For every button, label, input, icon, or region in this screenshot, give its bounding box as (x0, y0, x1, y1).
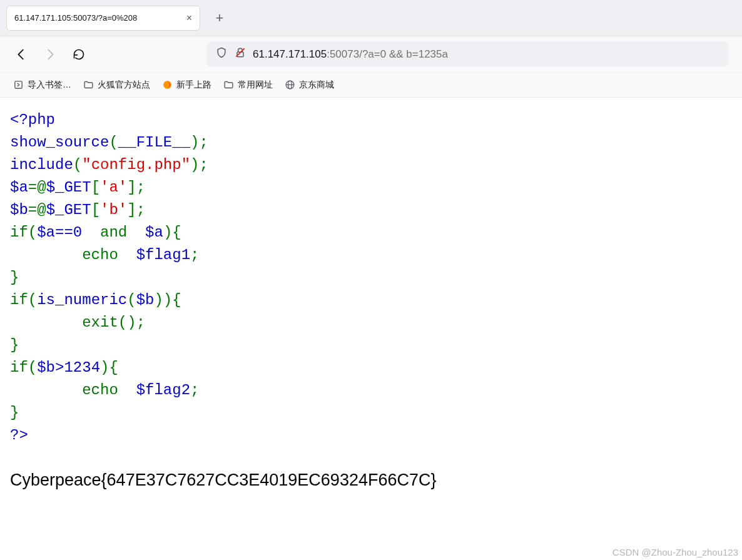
code-token: ; (190, 247, 199, 263)
url-path: :50073/?a=0 && b=1235a (327, 48, 448, 61)
code-token: } (10, 404, 19, 421)
code-token: ( (127, 292, 136, 308)
code-token: <?php (10, 111, 55, 128)
code-token: $flag1 (136, 247, 190, 263)
code-token: ){ (163, 224, 181, 241)
code-token: echo (82, 247, 118, 263)
svg-rect-2 (14, 81, 21, 88)
code-token: 'b' (100, 201, 127, 218)
code-token: [ (91, 179, 100, 196)
code-token: if( (10, 359, 37, 376)
code-token: } (10, 269, 19, 286)
code-token: and (100, 224, 127, 241)
bookmark-label: 火狐官方站点 (98, 79, 150, 91)
new-tab-button[interactable]: + (210, 9, 229, 28)
code-token: $a==0 (37, 224, 82, 241)
code-token: include (10, 156, 73, 173)
bookmark-label: 京东商城 (299, 79, 334, 91)
bookmark-firefox-official[interactable]: 火狐官方站点 (83, 79, 150, 91)
code-token: $_GET (46, 179, 91, 196)
code-token: $b>1234 (37, 359, 100, 376)
forward-button[interactable] (43, 47, 58, 62)
tab-title: 61.147.171.105:50073/?a=0%208 (14, 13, 181, 23)
watermark: CSDN @Zhou-Zhou_zhou123 (612, 547, 738, 557)
firefox-icon (161, 79, 173, 91)
import-icon (13, 79, 24, 91)
code-token: show_source (10, 134, 109, 151)
code-token: if( (10, 224, 37, 241)
folder-icon (223, 79, 234, 91)
code-token: [ (91, 201, 100, 218)
code-token: (); (118, 314, 145, 331)
code-token: { (172, 292, 181, 308)
code-token: ( (73, 156, 82, 173)
bookmark-label: 新手上路 (176, 79, 211, 91)
code-token: 'a' (100, 179, 127, 196)
close-icon[interactable]: × (186, 13, 192, 23)
code-token: $a (10, 179, 28, 196)
bookmark-label: 导入书签… (28, 79, 71, 91)
code-token: is_numeric (37, 292, 127, 308)
code-token: ); (190, 156, 208, 173)
code-token: )) (154, 292, 172, 308)
code-token: ){ (100, 359, 118, 376)
code-token: ]; (127, 201, 145, 218)
url-text: 61.147.171.105:50073/?a=0 && b=1235a (253, 48, 448, 61)
back-button[interactable] (14, 47, 29, 62)
code-token: exit (82, 314, 118, 331)
code-token: ); (190, 134, 208, 151)
code-token: ?> (10, 427, 28, 444)
php-source: <?php show_source(__FILE__); include("co… (10, 109, 732, 447)
code-token: $flag2 (136, 382, 190, 399)
code-token: $b (136, 292, 155, 308)
code-token: ( (109, 134, 118, 151)
code-token: ]; (127, 179, 145, 196)
code-token: =@ (28, 179, 46, 196)
url-host: 61.147.171.105 (253, 48, 327, 61)
tab-bar: 61.147.171.105:50073/?a=0%208 × + (0, 0, 742, 36)
page-content: <?php show_source(__FILE__); include("co… (0, 98, 742, 560)
globe-icon (284, 79, 295, 91)
code-token: $b (10, 201, 28, 218)
code-token: echo (82, 382, 118, 399)
toolbar: 61.147.171.105:50073/?a=0 && b=1235a (0, 36, 742, 73)
shield-icon (215, 46, 228, 62)
code-token: =@ (28, 201, 46, 218)
bookmark-jd[interactable]: 京东商城 (284, 79, 334, 91)
bookmark-common-urls[interactable]: 常用网址 (223, 79, 273, 91)
import-bookmarks[interactable]: 导入书签… (13, 79, 71, 91)
url-bar[interactable]: 61.147.171.105:50073/?a=0 && b=1235a (206, 42, 728, 67)
bookmark-getting-started[interactable]: 新手上路 (161, 79, 211, 91)
browser-tab[interactable]: 61.147.171.105:50073/?a=0%208 × (6, 6, 200, 31)
code-token: $a (145, 224, 163, 241)
flag-output: Cyberpeace{647E37C7627CC3E4019EC69324F66… (10, 471, 732, 490)
folder-icon (83, 79, 94, 91)
code-token: ; (190, 382, 199, 399)
bookmark-label: 常用网址 (238, 79, 273, 91)
code-token: "config.php" (82, 156, 190, 173)
bookmarks-bar: 导入书签… 火狐官方站点 新手上路 常用网址 京东商城 (0, 73, 742, 98)
code-token: __FILE__ (118, 134, 190, 151)
code-token: } (10, 337, 19, 354)
code-token: if( (10, 292, 37, 308)
code-token: $_GET (46, 201, 91, 218)
insecure-lock-icon (234, 46, 246, 62)
reload-button[interactable] (71, 47, 86, 62)
